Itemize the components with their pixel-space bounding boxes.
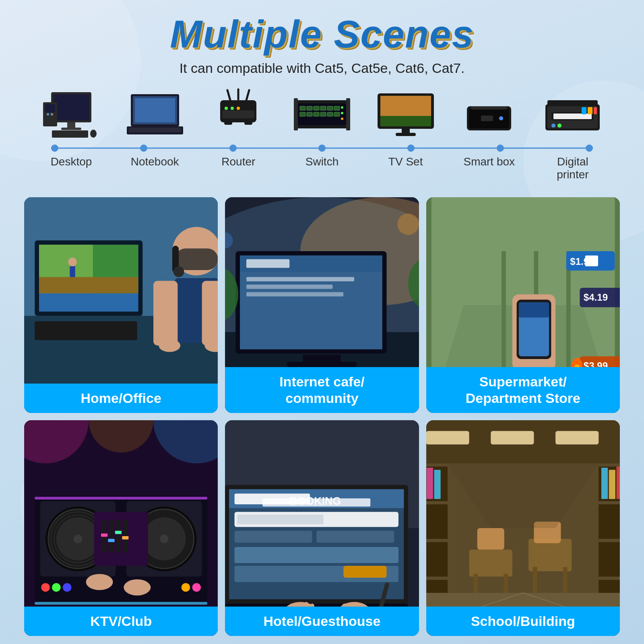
svg-rect-94 (246, 259, 289, 268)
svg-point-63 (551, 124, 555, 128)
svg-rect-96 (246, 277, 354, 281)
scene-card-home: Home/Office (24, 197, 218, 413)
svg-rect-128 (519, 302, 549, 318)
svg-rect-227 (599, 463, 620, 466)
svg-rect-61 (594, 107, 597, 114)
svg-rect-213 (426, 501, 448, 504)
svg-rect-243 (477, 528, 504, 550)
scene-label-ktv: KTV/Club (24, 607, 218, 636)
svg-rect-188 (344, 566, 387, 578)
svg-point-9 (90, 130, 97, 138)
scene-home-bg (24, 197, 218, 413)
svg-rect-33 (300, 112, 305, 116)
svg-rect-240 (504, 574, 508, 593)
device-tv (374, 88, 438, 140)
timeline-dot-4 (318, 144, 326, 152)
timeline-dot-3 (229, 144, 237, 152)
svg-rect-186 (235, 547, 398, 563)
svg-rect-232 (609, 470, 615, 499)
switch-image (290, 88, 354, 140)
svg-rect-173 (35, 602, 207, 605)
svg-point-39 (341, 106, 343, 109)
notebook-image (123, 88, 187, 140)
svg-rect-162 (108, 539, 115, 542)
svg-point-40 (341, 112, 343, 114)
svg-rect-32 (334, 106, 340, 110)
svg-rect-23 (224, 122, 232, 125)
svg-point-165 (86, 574, 113, 590)
svg-point-80 (173, 266, 184, 277)
svg-rect-83 (153, 281, 178, 346)
svg-point-41 (341, 118, 343, 120)
svg-point-168 (52, 583, 60, 592)
svg-rect-239 (473, 574, 478, 593)
device-labels: Desktop Notebook Router Switch TV Set Sm… (39, 155, 605, 181)
svg-rect-24 (244, 122, 252, 125)
page-wrapper: Multiple Scenes It can compatible with C… (0, 0, 644, 644)
timeline-dot-7 (586, 144, 593, 152)
svg-rect-185 (317, 531, 394, 543)
scene-label-home: Home/Office (24, 384, 218, 413)
scene-grid: Home/Office (24, 197, 620, 636)
svg-rect-75 (35, 321, 137, 340)
label-notebook: Notebook (123, 155, 187, 181)
svg-point-21 (231, 107, 234, 110)
svg-rect-14 (129, 128, 181, 132)
svg-rect-19 (222, 110, 254, 118)
svg-rect-97 (246, 285, 332, 289)
svg-rect-172 (35, 497, 207, 500)
smartbox-image (457, 88, 521, 140)
svg-text:BOOKING: BOOKING (290, 495, 341, 507)
svg-rect-1 (53, 94, 89, 120)
svg-line-15 (227, 90, 230, 100)
svg-rect-59 (582, 107, 586, 114)
scene-school-bg (426, 420, 620, 636)
scene-label-internet: Internet cafe/ community (225, 367, 419, 413)
svg-rect-60 (588, 107, 592, 114)
label-switch: Switch (290, 155, 354, 181)
router-image (206, 88, 270, 140)
desktop-image (39, 88, 103, 140)
svg-point-73 (68, 258, 76, 266)
svg-rect-238 (528, 539, 572, 571)
svg-rect-3 (61, 128, 81, 130)
svg-rect-228 (599, 501, 620, 504)
label-printer: Digital printer (541, 155, 605, 181)
svg-rect-8 (52, 130, 88, 138)
scene-label-hotel: Hotel/Guesthouse (225, 607, 419, 636)
svg-rect-5 (45, 104, 55, 112)
svg-rect-28 (307, 106, 312, 110)
svg-point-64 (557, 124, 561, 128)
scene-card-internet: Internet cafe/ community (225, 197, 419, 413)
svg-point-171 (192, 583, 201, 592)
svg-rect-77 (175, 248, 218, 270)
svg-rect-215 (426, 577, 448, 580)
svg-rect-38 (334, 112, 340, 116)
svg-rect-206 (555, 431, 599, 445)
svg-point-20 (225, 107, 228, 110)
svg-point-170 (182, 583, 190, 592)
svg-rect-62 (547, 100, 598, 106)
scene-hotel-bg: BOOKING (225, 420, 419, 636)
svg-rect-48 (402, 128, 410, 133)
svg-rect-43 (346, 98, 350, 130)
label-desktop: Desktop (39, 155, 103, 181)
svg-rect-220 (426, 468, 433, 499)
timeline-dot-2 (140, 144, 147, 152)
label-router: Router (206, 155, 270, 181)
svg-rect-163 (115, 531, 122, 534)
device-printer (541, 88, 605, 140)
svg-rect-53 (481, 116, 493, 121)
svg-rect-58 (553, 114, 592, 119)
svg-rect-233 (616, 466, 620, 499)
svg-rect-161 (101, 533, 107, 537)
svg-rect-100 (287, 362, 357, 367)
svg-rect-34 (307, 112, 312, 116)
svg-rect-31 (327, 106, 333, 110)
svg-rect-98 (246, 292, 343, 297)
svg-rect-49 (396, 133, 416, 136)
label-tv: TV Set (374, 155, 438, 181)
device-router (206, 88, 270, 140)
svg-rect-35 (314, 112, 319, 116)
svg-rect-184 (235, 531, 312, 543)
